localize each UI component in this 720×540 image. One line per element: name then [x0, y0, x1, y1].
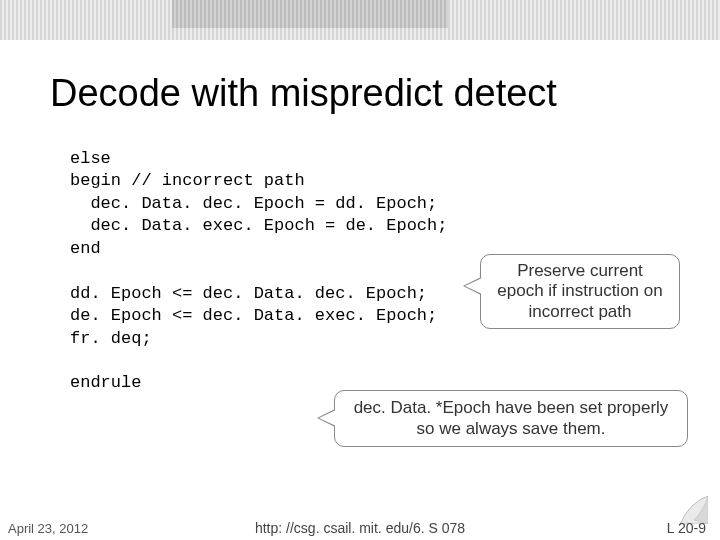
top-band [0, 0, 720, 40]
code-block: else begin // incorrect path dec. Data. … [70, 148, 490, 395]
callout-save-epoch: dec. Data. *Epoch have been set properly… [334, 390, 688, 447]
slide-title: Decode with mispredict detect [50, 72, 690, 115]
footer-page-number: L 20-9 [667, 520, 706, 536]
callout-preserve-epoch: Preserve current epoch if instruction on… [480, 254, 680, 329]
callout-text: Preserve current epoch if instruction on… [497, 261, 662, 321]
top-band-inner [172, 0, 448, 28]
footer-url: http: //csg. csail. mit. edu/6. S 078 [0, 520, 720, 536]
callout-text: dec. Data. *Epoch have been set properly… [354, 398, 669, 438]
